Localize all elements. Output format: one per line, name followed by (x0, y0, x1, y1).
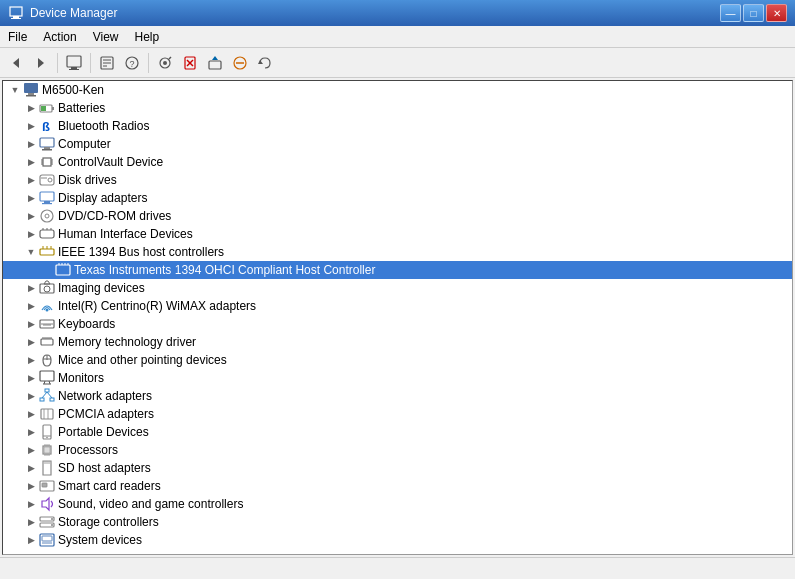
list-item[interactable]: ▶ Imaging devices (3, 279, 792, 297)
svg-rect-58 (56, 265, 70, 275)
close-button[interactable]: ✕ (766, 4, 787, 22)
list-item[interactable]: ▶ Batteries (3, 99, 792, 117)
list-item[interactable]: ▶ Human Interface Devices (3, 225, 792, 243)
uninstall-button[interactable] (178, 51, 202, 75)
list-item[interactable]: ▶ Keyboards (3, 315, 792, 333)
expand-icon[interactable]: ▶ (23, 100, 39, 116)
expand-icon[interactable]: ▶ (23, 442, 39, 458)
svg-rect-110 (42, 483, 47, 487)
list-item[interactable]: ▶ ß Bluetooth Radios (3, 117, 792, 135)
item-label: Imaging devices (58, 281, 145, 295)
list-item[interactable]: ▶ Intel(R) Centrino(R) WiMAX adapters (3, 297, 792, 315)
minimize-button[interactable]: — (720, 4, 741, 22)
expand-icon[interactable]: ▶ (23, 406, 39, 422)
smartcard-icon (39, 478, 55, 494)
svg-point-43 (48, 178, 52, 182)
properties-button[interactable] (95, 51, 119, 75)
expand-icon[interactable]: ▶ (23, 478, 39, 494)
svg-rect-7 (69, 69, 79, 70)
expand-icon[interactable]: ▶ (23, 352, 39, 368)
list-item[interactable]: ▶ Display adapters (3, 189, 792, 207)
wimax-icon (39, 298, 55, 314)
list-item[interactable]: ▶ Storage controllers (3, 513, 792, 531)
list-item[interactable]: ▶ Memory technology driver (3, 333, 792, 351)
svg-rect-34 (42, 149, 52, 151)
title-bar-left: Device Manager (8, 5, 117, 21)
disable-button[interactable] (228, 51, 252, 75)
display-icon (39, 190, 55, 206)
list-item[interactable]: ▶ Processors (3, 441, 792, 459)
item-label: Monitors (58, 371, 104, 385)
help-button[interactable]: ? (120, 51, 144, 75)
item-label: Batteries (58, 101, 105, 115)
processor-icon (39, 442, 55, 458)
expand-icon[interactable]: ▶ (23, 514, 39, 530)
pci-device-icon (55, 262, 71, 278)
app-icon (8, 5, 24, 21)
item-label: Computer (58, 137, 111, 151)
list-item[interactable]: Texas Instruments 1394 OHCI Compliant Ho… (3, 261, 792, 279)
list-item[interactable]: ▶ DVD/CD-ROM drives (3, 207, 792, 225)
expand-root[interactable]: ▼ (7, 82, 23, 98)
list-item[interactable]: ▶ Disk drives (3, 171, 792, 189)
svg-rect-29 (52, 107, 54, 110)
svg-rect-75 (41, 339, 53, 345)
list-item[interactable]: ▶ PCMCIA adapters (3, 405, 792, 423)
menu-file[interactable]: File (0, 28, 35, 46)
expand-icon[interactable]: ▶ (23, 532, 39, 548)
svg-rect-33 (44, 147, 50, 149)
expand-icon[interactable]: ▶ (23, 460, 39, 476)
list-item[interactable]: ▶ Sound, video and game controllers (3, 495, 792, 513)
keyboard-icon (39, 316, 55, 332)
scan-button[interactable] (153, 51, 177, 75)
expand-icon[interactable]: ▶ (23, 370, 39, 386)
expand-icon[interactable]: ▶ (23, 208, 39, 224)
expand-icon[interactable]: ▶ (23, 136, 39, 152)
expand-icon[interactable]: ▼ (23, 244, 39, 260)
expand-icon[interactable]: ▶ (23, 316, 39, 332)
expand-icon[interactable]: ▶ (23, 118, 39, 134)
list-item[interactable]: ▶ Network adapters (3, 387, 792, 405)
svg-rect-54 (40, 249, 54, 255)
list-item[interactable]: ▶ Computer (3, 135, 792, 153)
item-label: ControlVault Device (58, 155, 163, 169)
menu-help[interactable]: Help (127, 28, 168, 46)
update-driver-button[interactable] (203, 51, 227, 75)
list-item[interactable]: ▶ Portable Devices (3, 423, 792, 441)
list-item[interactable]: ▶ ControlVault Device (3, 153, 792, 171)
list-item[interactable]: ▶ SD host adapters (3, 459, 792, 477)
item-label: Mice and other pointing devices (58, 353, 227, 367)
list-item[interactable]: ▶ Mice and other pointing devices (3, 351, 792, 369)
expand-icon[interactable]: ▶ (23, 298, 39, 314)
expand-icon[interactable]: ▶ (23, 154, 39, 170)
show-hidden-button[interactable] (62, 51, 86, 75)
device-tree[interactable]: ▼ M6500-Ken ▶ Batteries (2, 80, 793, 555)
expand-icon[interactable]: ▶ (23, 280, 39, 296)
svg-rect-1 (13, 16, 19, 18)
expand-icon[interactable]: ▶ (23, 172, 39, 188)
back-button[interactable] (4, 51, 28, 75)
window-controls[interactable]: — □ ✕ (720, 4, 787, 22)
expand-icon[interactable]: ▶ (23, 496, 39, 512)
expand-icon[interactable]: ▶ (23, 334, 39, 350)
menu-action[interactable]: Action (35, 28, 84, 46)
list-item[interactable]: ▼ IEEE 1394 Bus host controllers (3, 243, 792, 261)
expand-icon[interactable]: ▶ (23, 190, 39, 206)
menu-view[interactable]: View (85, 28, 127, 46)
svg-rect-27 (26, 95, 36, 97)
rollback-button[interactable] (253, 51, 277, 75)
tree-root[interactable]: ▼ M6500-Ken (3, 81, 792, 99)
expand-icon[interactable]: ▶ (23, 226, 39, 242)
item-label: Disk drives (58, 173, 117, 187)
menu-bar: File Action View Help (0, 26, 795, 48)
status-bar (0, 557, 795, 579)
list-item[interactable]: ▶ Monitors (3, 369, 792, 387)
expand-icon[interactable]: ▶ (23, 388, 39, 404)
forward-button[interactable] (29, 51, 53, 75)
list-item[interactable]: ▶ System devices (3, 531, 792, 549)
dvd-icon (39, 208, 55, 224)
expand-icon[interactable]: ▶ (23, 424, 39, 440)
list-item[interactable]: ▶ Smart card readers (3, 477, 792, 495)
toolbar-separator-2 (90, 53, 91, 73)
maximize-button[interactable]: □ (743, 4, 764, 22)
